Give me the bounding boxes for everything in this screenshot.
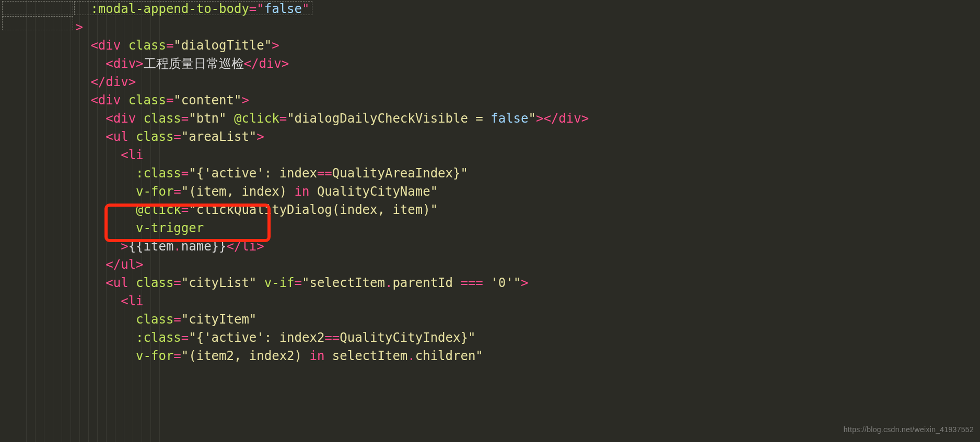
watermark-text: https://blog.csdn.net/weixin_41937552: [844, 421, 974, 439]
code-editor-content: :modal-append-to-body="false" > <div cla…: [0, 0, 589, 365]
